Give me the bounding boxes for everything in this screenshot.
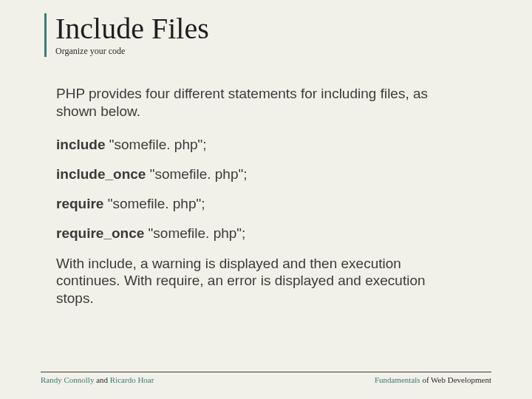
slide: Include Files Organize your code PHP pro… bbox=[0, 0, 532, 399]
code-rest: "somefile. php"; bbox=[144, 225, 245, 241]
slide-body: PHP provides four different statements f… bbox=[44, 85, 491, 307]
slide-title: Include Files bbox=[55, 13, 491, 44]
outro-text: With include, a warning is displayed and… bbox=[56, 255, 440, 307]
code-statement: require_once "somefile. php"; bbox=[56, 225, 491, 242]
keyword: require_once bbox=[56, 225, 144, 241]
code-statement: include "somefile. php"; bbox=[56, 137, 491, 153]
code-rest: "somefile. php"; bbox=[146, 166, 247, 182]
footer: Randy Connolly and Ricardo Hoar Fundamen… bbox=[41, 372, 491, 384]
code-statement: require "somefile. php"; bbox=[56, 196, 491, 212]
intro-text: PHP provides four different statements f… bbox=[56, 85, 440, 120]
slide-subtitle: Organize your code bbox=[55, 46, 491, 57]
footer-rule bbox=[41, 372, 491, 372]
author-2: Ricardo Hoar bbox=[110, 375, 154, 384]
keyword: require bbox=[56, 196, 103, 211]
footer-and: and bbox=[94, 375, 109, 384]
book-word1: Fundamentals bbox=[375, 375, 420, 384]
footer-row: Randy Connolly and Ricardo Hoar Fundamen… bbox=[41, 375, 491, 384]
book-rest: of Web Development bbox=[420, 375, 491, 384]
code-rest: "somefile. php"; bbox=[103, 196, 205, 211]
keyword: include bbox=[56, 137, 106, 152]
code-statement: include_once "somefile. php"; bbox=[56, 166, 491, 183]
keyword: include_once bbox=[56, 166, 146, 182]
title-block: Include Files Organize your code bbox=[44, 13, 491, 57]
author-1: Randy Connolly bbox=[41, 375, 94, 384]
code-rest: "somefile. php"; bbox=[106, 137, 207, 152]
footer-right: Fundamentals of Web Development bbox=[375, 375, 491, 384]
footer-left: Randy Connolly and Ricardo Hoar bbox=[41, 375, 154, 384]
